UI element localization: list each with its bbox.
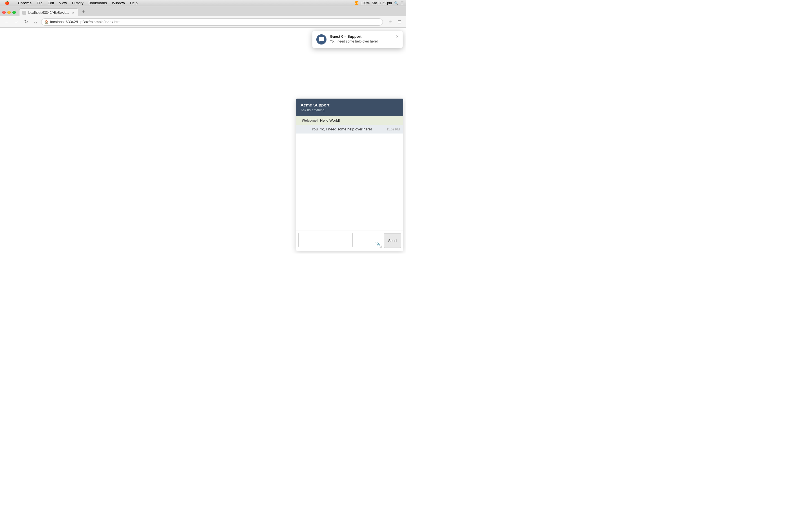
back-button[interactable]: ←: [3, 18, 11, 26]
menu-chrome[interactable]: Chrome: [15, 0, 34, 6]
menu-help[interactable]: Help: [128, 0, 140, 6]
search-icon[interactable]: 🔍: [394, 1, 398, 5]
tab-label: localhost:63342/HipBox/e...: [28, 11, 69, 15]
address-url: localhost:63342/HipBox/example/index.htm…: [50, 20, 380, 24]
tab-favicon: [22, 11, 26, 15]
chat-header: Acme Support Ask us anything!: [296, 99, 403, 116]
chat-message-row: Welcome! Hello World!: [296, 116, 403, 125]
clock: Sat 11:52 pm: [372, 1, 392, 5]
notification-avatar: [316, 34, 326, 45]
settings-icon[interactable]: ☰: [395, 18, 403, 26]
menu-edit[interactable]: Edit: [45, 0, 56, 6]
tab-bar: localhost:63342/HipBox/e... × +: [0, 6, 406, 16]
notification-close-button[interactable]: ×: [396, 34, 399, 39]
chat-input-area: 📎 ◢ Send: [296, 230, 403, 251]
star-icon[interactable]: ☆: [386, 18, 394, 26]
chat-messages: Welcome! Hello World! You Yo, I need som…: [296, 116, 403, 230]
chat-message-row: You Yo, I need some help over here! 11:5…: [296, 125, 403, 133]
chat-message-text-welcome: Hello World!: [320, 118, 400, 122]
lock-icon: 🏠: [44, 20, 49, 24]
window-minimize-button[interactable]: [7, 11, 11, 14]
chat-subtitle: Ask us anything!: [301, 108, 399, 112]
window-maximize-button[interactable]: [12, 11, 16, 14]
chat-message-time: 11:52 PM: [387, 127, 400, 131]
chat-input-wrapper: 📎 ◢: [298, 233, 382, 248]
nav-right-controls: ☆ ☰: [386, 18, 403, 26]
forward-button[interactable]: →: [12, 18, 20, 26]
chat-input[interactable]: [298, 233, 353, 247]
window-controls: [2, 11, 16, 16]
notification-body: Yo, I need some help over here!: [330, 40, 393, 43]
reload-button[interactable]: ↻: [22, 18, 30, 26]
browser-tab[interactable]: localhost:63342/HipBox/e... ×: [19, 8, 79, 16]
tab-close-button[interactable]: ×: [71, 10, 75, 15]
page-content: Guest 0 – Support Yo, I need some help o…: [0, 27, 406, 253]
send-button[interactable]: Send: [384, 233, 401, 248]
notification-content: Guest 0 – Support Yo, I need some help o…: [330, 34, 393, 43]
notification-popup: Guest 0 – Support Yo, I need some help o…: [312, 31, 403, 48]
menu-bookmarks[interactable]: Bookmarks: [86, 0, 109, 6]
new-tab-button[interactable]: +: [80, 8, 87, 16]
browser-frame: localhost:63342/HipBox/e... × + ← → ↻ ⌂ …: [0, 6, 406, 253]
chat-widget: Acme Support Ask us anything! Welcome! H…: [296, 99, 403, 251]
nav-bar: ← → ↻ ⌂ 🏠 localhost:63342/HipBox/example…: [0, 16, 406, 27]
wifi-icon: 📶: [354, 1, 359, 5]
menu-history[interactable]: History: [69, 0, 86, 6]
resize-icon: ◢: [379, 245, 382, 248]
battery-status: 100%: [361, 1, 370, 5]
menu-bar-right: 📶 100% Sat 11:52 pm 🔍 ☰: [354, 1, 404, 5]
chat-sender-welcome: Welcome!: [299, 118, 318, 122]
home-button[interactable]: ⌂: [32, 18, 40, 26]
menu-list-icon[interactable]: ☰: [401, 1, 404, 5]
window-close-button[interactable]: [2, 11, 6, 14]
menu-bar: 🍎 Chrome File Edit View History Bookmark…: [0, 0, 406, 6]
menu-window[interactable]: Window: [109, 0, 128, 6]
chat-message-text-you: Yo, I need some help over here!: [320, 127, 384, 131]
address-bar[interactable]: 🏠 localhost:63342/HipBox/example/index.h…: [41, 18, 383, 25]
chat-title: Acme Support: [301, 103, 399, 107]
notification-title: Guest 0 – Support: [330, 34, 393, 39]
menu-view[interactable]: View: [56, 0, 69, 6]
apple-menu[interactable]: 🍎: [2, 0, 12, 6]
menu-file[interactable]: File: [34, 0, 45, 6]
chat-sender-you: You: [299, 127, 318, 131]
